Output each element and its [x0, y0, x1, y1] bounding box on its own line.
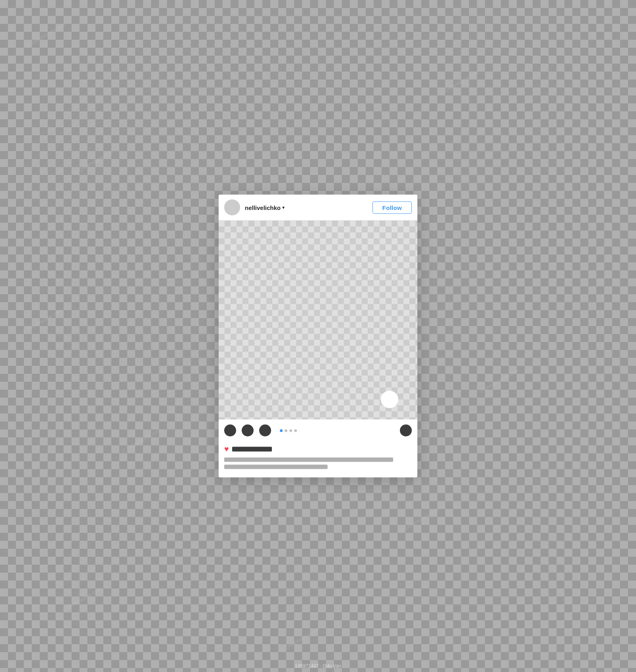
follow-button[interactable]: Follow [372, 201, 412, 214]
caption-line-2 [224, 465, 328, 469]
post-image [219, 221, 417, 420]
share-icon-button[interactable] [259, 425, 271, 437]
comment-icon-button[interactable] [242, 425, 254, 437]
carousel-dot-3 [289, 429, 292, 432]
instagram-card: nellivelichko ▾ Follow ♥ [219, 195, 417, 478]
username-label: nellivelichko [245, 204, 281, 211]
image-circle-overlay [381, 391, 398, 408]
action-bar [219, 420, 417, 441]
card-header: nellivelichko ▾ Follow [219, 195, 417, 221]
carousel-dot-2 [285, 429, 287, 432]
heart-icon[interactable]: ♥ [224, 445, 229, 454]
image-id-label: 145971447 · Odu Van [295, 663, 341, 669]
dropdown-arrow-icon[interactable]: ▾ [282, 204, 285, 210]
caption-line-1 [224, 458, 393, 462]
like-icon-button[interactable] [224, 425, 236, 437]
carousel-indicators [280, 429, 297, 432]
bookmark-icon-button[interactable] [400, 425, 412, 437]
action-icons-left [224, 425, 400, 437]
caption-area [219, 456, 417, 478]
username-area: nellivelichko ▾ [245, 204, 372, 211]
likes-count-bar [232, 447, 272, 451]
avatar [224, 200, 240, 216]
carousel-dot-4 [294, 429, 297, 432]
likes-row: ♥ [219, 441, 417, 456]
carousel-dot-1 [280, 429, 283, 432]
